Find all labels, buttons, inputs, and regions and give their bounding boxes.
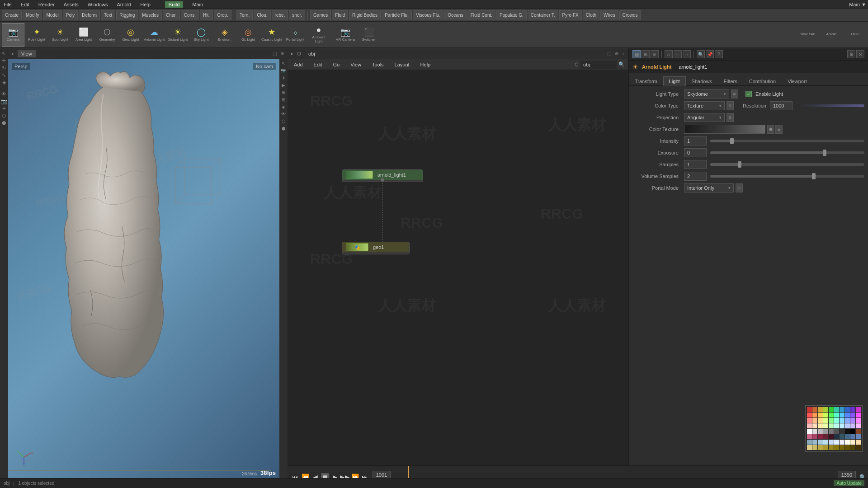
node-arnold-light[interactable]: arnold_light1 <box>342 169 423 182</box>
geo-light-btn[interactable]: ◎ Geo. Light <box>119 23 142 47</box>
sidebar-select[interactable]: ↖ <box>1 50 7 56</box>
viewport-canvas[interactable]: RRCG 人人素材 RRCG 人人素材 RRCG 人人素材 <box>8 59 279 480</box>
palette-cell-34[interactable] <box>829 423 834 428</box>
props-icon-list[interactable]: ≡ <box>651 50 659 58</box>
ne-icon3[interactable]: ⬦ <box>622 51 625 56</box>
color-type-dropdown[interactable]: Texture ▾ <box>684 101 725 110</box>
tab-transform[interactable]: Transform <box>629 76 663 86</box>
palette-cell-29[interactable] <box>856 418 861 423</box>
samples-input[interactable] <box>684 160 707 169</box>
sidebar-cam2[interactable]: 📷 <box>1 98 7 104</box>
proj-expand[interactable]: ⊕ <box>726 113 734 122</box>
point-light-btn[interactable]: ✦ Point Light <box>25 23 48 47</box>
palette-cell-11[interactable] <box>812 413 817 418</box>
palette-cell-23[interactable] <box>823 418 828 423</box>
palette-cell-46[interactable] <box>840 429 844 434</box>
vp-icon2[interactable]: ⊕ <box>280 51 284 56</box>
palette-cell-76[interactable] <box>840 445 844 450</box>
palette-cell-16[interactable] <box>840 413 844 418</box>
palette-cell-7[interactable] <box>845 407 850 412</box>
model-btn[interactable]: Model <box>43 10 61 20</box>
palette-cell-65[interactable] <box>834 440 839 445</box>
palette-cell-2[interactable] <box>818 407 823 412</box>
palette-cell-73[interactable] <box>823 445 828 450</box>
geometry-btn[interactable]: ⬡ Geometry <box>96 23 118 47</box>
palette-cell-15[interactable] <box>834 413 839 418</box>
palette-cell-64[interactable] <box>829 440 834 445</box>
menu-assets[interactable]: Assets <box>62 2 80 7</box>
games-btn[interactable]: Games <box>310 10 331 20</box>
palette-cell-69[interactable] <box>856 440 861 445</box>
props-icon-help[interactable]: ? <box>715 50 723 58</box>
ne-add[interactable]: Add <box>291 61 306 68</box>
ne-canvas[interactable]: RRCG 人人素材 人人素材 RRCG RRCG 人人素材 人人素材 RRCG … <box>288 70 628 465</box>
tab-filters[interactable]: Filters <box>718 76 743 86</box>
palette-cell-35[interactable] <box>834 423 839 428</box>
ne-view[interactable]: View <box>348 61 364 68</box>
crowds-btn[interactable]: Crowds <box>619 10 641 20</box>
palette-cell-68[interactable] <box>850 440 855 445</box>
auto-update-badge[interactable]: Auto Update <box>834 480 864 486</box>
props-icon-fwd[interactable]: → <box>683 50 691 58</box>
portal-expand[interactable]: ⊕ <box>736 183 743 192</box>
ne-icon1[interactable]: ⬚ <box>607 51 611 56</box>
tab-viewport[interactable]: Viewport <box>782 76 813 86</box>
vp-tool-snap[interactable]: ⊕ <box>280 89 287 95</box>
props-icon-pin[interactable]: 📌 <box>706 50 714 58</box>
palette-cell-52[interactable] <box>818 434 823 439</box>
viscous-btn[interactable]: Viscous Flu. <box>413 10 443 20</box>
palette-cell-18[interactable] <box>850 413 855 418</box>
palette-cell-3[interactable] <box>823 407 828 412</box>
props-icon-grid1[interactable]: ▦ <box>632 50 641 58</box>
palette-cell-72[interactable] <box>818 445 823 450</box>
light-type-dropdown[interactable]: Skydome ▾ <box>684 89 729 99</box>
palette-cell-27[interactable] <box>845 418 850 423</box>
cam-btn[interactable]: 📷 Camera <box>2 23 24 47</box>
enable-light-check[interactable]: ✓ <box>745 91 752 97</box>
hit-btn[interactable]: Hit. <box>200 10 213 20</box>
palette-cell-57[interactable] <box>845 434 850 439</box>
drive-sim-btn[interactable]: Drive Sim. <box>797 23 819 47</box>
vp-icon1[interactable]: ⬚ <box>273 51 277 56</box>
exposure-input[interactable] <box>684 148 707 157</box>
palette-cell-71[interactable] <box>812 445 817 450</box>
intensity-input[interactable] <box>684 136 707 145</box>
rebe-btn[interactable]: rebe. <box>272 10 288 20</box>
tab-shadows[interactable]: Shadows <box>686 76 718 86</box>
palette-cell-45[interactable] <box>834 429 839 434</box>
caustic-light-btn[interactable]: ★ Caustic Light <box>260 23 283 47</box>
vp-tool-display[interactable]: ◈ <box>280 103 287 110</box>
tab-contribution[interactable]: Contribution <box>743 76 782 86</box>
palette-cell-8[interactable] <box>850 407 855 412</box>
vp-tool-select[interactable]: ↖ <box>280 60 287 66</box>
props-icon-gear[interactable]: ⚙ <box>847 50 855 58</box>
palette-cell-22[interactable] <box>818 418 823 423</box>
color-texture-swatch[interactable] <box>684 125 765 134</box>
ne-layout[interactable]: Layout <box>392 61 412 68</box>
palette-cell-25[interactable] <box>834 418 839 423</box>
deform-btn[interactable]: Deform <box>79 10 100 20</box>
palette-cell-5[interactable] <box>834 407 839 412</box>
sidebar-geo[interactable]: ⬡ <box>1 113 7 119</box>
sidebar-net[interactable]: ⬢ <box>1 120 7 126</box>
char-btn[interactable]: Char. <box>163 10 180 20</box>
rigging-btn[interactable]: Rigging <box>116 10 138 20</box>
palette-cell-6[interactable] <box>840 407 844 412</box>
palette-cell-19[interactable] <box>856 413 861 418</box>
palette-cell-63[interactable] <box>823 440 828 445</box>
ne-go[interactable]: Go <box>330 61 343 68</box>
props-icon-close[interactable]: ✕ <box>856 50 864 58</box>
palette-cell-41[interactable] <box>812 429 817 434</box>
palette-cell-9[interactable] <box>856 407 861 412</box>
gl-light-btn[interactable]: ◎ GL Light <box>237 23 259 47</box>
palette-cell-24[interactable] <box>829 418 834 423</box>
projection-dropdown[interactable]: Angular ▾ <box>684 113 725 122</box>
portal-light-btn[interactable]: ⬦ Portal Light <box>284 23 307 47</box>
palette-cell-44[interactable] <box>829 429 834 434</box>
palette-cell-43[interactable] <box>823 429 828 434</box>
palette-cell-28[interactable] <box>850 418 855 423</box>
vp-tool-shade[interactable]: ⬡ <box>280 118 287 124</box>
vp-tool-light[interactable]: ☀ <box>280 75 287 81</box>
ne-tab-obj[interactable]: obj <box>305 50 319 57</box>
menu-file[interactable]: File <box>2 2 14 7</box>
